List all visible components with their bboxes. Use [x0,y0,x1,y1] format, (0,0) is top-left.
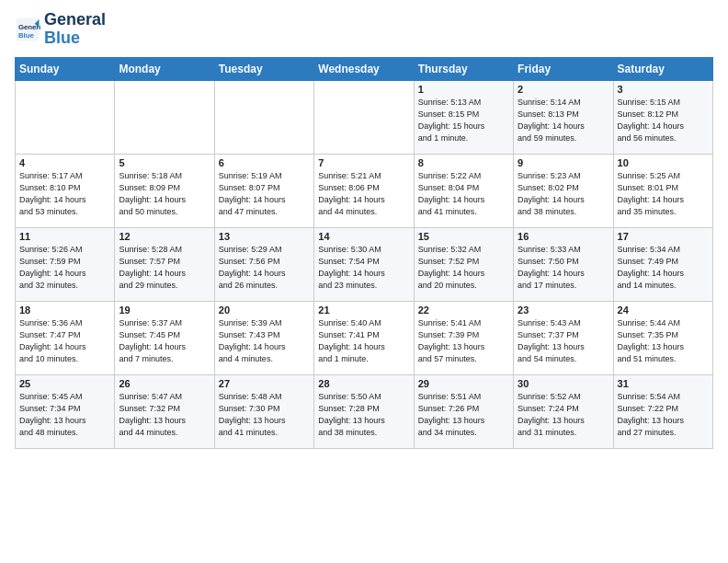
calendar-cell: 6Sunrise: 5:19 AM Sunset: 8:07 PM Daylig… [214,154,313,227]
calendar-week-1: 1Sunrise: 5:13 AM Sunset: 8:15 PM Daylig… [16,80,713,154]
calendar-table: SundayMondayTuesdayWednesdayThursdayFrid… [15,57,713,449]
calendar-week-3: 11Sunrise: 5:26 AM Sunset: 7:59 PM Dayli… [16,227,713,301]
col-header-wednesday: Wednesday [314,57,414,80]
day-number: 31 [618,378,709,389]
day-number: 25 [19,378,110,389]
day-info: Sunrise: 5:40 AM Sunset: 7:41 PM Dayligh… [318,317,409,365]
col-header-saturday: Saturday [613,57,712,80]
logo: General Blue GeneralBlue [15,11,106,48]
calendar-cell: 13Sunrise: 5:29 AM Sunset: 7:56 PM Dayli… [214,227,313,301]
calendar-cell: 16Sunrise: 5:33 AM Sunset: 7:50 PM Dayli… [514,227,613,301]
calendar-cell: 21Sunrise: 5:40 AM Sunset: 7:41 PM Dayli… [314,301,414,374]
day-number: 4 [19,157,110,168]
day-info: Sunrise: 5:39 AM Sunset: 7:43 PM Dayligh… [219,317,310,365]
day-info: Sunrise: 5:17 AM Sunset: 8:10 PM Dayligh… [19,170,110,218]
calendar-cell: 5Sunrise: 5:18 AM Sunset: 8:09 PM Daylig… [115,154,214,227]
day-number: 11 [19,231,110,242]
day-info: Sunrise: 5:30 AM Sunset: 7:54 PM Dayligh… [318,244,409,292]
day-info: Sunrise: 5:15 AM Sunset: 8:12 PM Dayligh… [618,97,709,144]
day-info: Sunrise: 5:29 AM Sunset: 7:56 PM Dayligh… [219,244,310,292]
day-info: Sunrise: 5:50 AM Sunset: 7:28 PM Dayligh… [318,391,409,439]
day-info: Sunrise: 5:41 AM Sunset: 7:39 PM Dayligh… [418,317,509,365]
day-number: 14 [318,231,409,242]
calendar-cell: 10Sunrise: 5:25 AM Sunset: 8:01 PM Dayli… [613,154,712,227]
day-info: Sunrise: 5:47 AM Sunset: 7:32 PM Dayligh… [119,391,210,439]
calendar-cell: 3Sunrise: 5:15 AM Sunset: 8:12 PM Daylig… [613,80,712,154]
calendar-cell: 12Sunrise: 5:28 AM Sunset: 7:57 PM Dayli… [115,227,214,301]
day-number: 16 [518,231,609,242]
day-info: Sunrise: 5:51 AM Sunset: 7:26 PM Dayligh… [418,391,509,439]
calendar-cell [314,80,414,154]
calendar-cell: 11Sunrise: 5:26 AM Sunset: 7:59 PM Dayli… [16,227,115,301]
day-info: Sunrise: 5:21 AM Sunset: 8:06 PM Dayligh… [318,170,409,218]
calendar-week-4: 18Sunrise: 5:36 AM Sunset: 7:47 PM Dayli… [16,301,713,374]
col-header-tuesday: Tuesday [214,57,313,80]
day-number: 21 [318,304,409,316]
calendar-week-2: 4Sunrise: 5:17 AM Sunset: 8:10 PM Daylig… [16,154,713,227]
day-info: Sunrise: 5:54 AM Sunset: 7:22 PM Dayligh… [618,391,709,439]
calendar-cell [214,80,313,154]
calendar-cell: 31Sunrise: 5:54 AM Sunset: 7:22 PM Dayli… [613,374,712,448]
calendar-cell: 22Sunrise: 5:41 AM Sunset: 7:39 PM Dayli… [414,301,513,374]
day-number: 6 [219,157,310,168]
calendar-cell: 23Sunrise: 5:43 AM Sunset: 7:37 PM Dayli… [514,301,613,374]
day-number: 8 [418,157,509,168]
calendar-week-5: 25Sunrise: 5:45 AM Sunset: 7:34 PM Dayli… [16,374,713,448]
col-header-monday: Monday [115,57,214,80]
calendar-cell: 26Sunrise: 5:47 AM Sunset: 7:32 PM Dayli… [115,374,214,448]
calendar-cell: 19Sunrise: 5:37 AM Sunset: 7:45 PM Dayli… [115,301,214,374]
day-number: 15 [418,231,509,242]
calendar-cell: 24Sunrise: 5:44 AM Sunset: 7:35 PM Dayli… [613,301,712,374]
day-number: 5 [119,157,210,168]
calendar-cell [115,80,214,154]
calendar-cell: 8Sunrise: 5:22 AM Sunset: 8:04 PM Daylig… [414,154,513,227]
calendar-cell: 18Sunrise: 5:36 AM Sunset: 7:47 PM Dayli… [16,301,115,374]
col-header-friday: Friday [514,57,613,80]
calendar-cell: 25Sunrise: 5:45 AM Sunset: 7:34 PM Dayli… [16,374,115,448]
day-number: 23 [518,304,609,316]
calendar-cell: 17Sunrise: 5:34 AM Sunset: 7:49 PM Dayli… [613,227,712,301]
day-number: 28 [318,378,409,389]
day-number: 30 [518,378,609,389]
day-number: 27 [219,378,310,389]
day-number: 3 [618,84,709,95]
day-number: 24 [618,304,709,316]
day-info: Sunrise: 5:44 AM Sunset: 7:35 PM Dayligh… [618,317,709,365]
day-number: 20 [219,304,310,316]
day-info: Sunrise: 5:14 AM Sunset: 8:13 PM Dayligh… [518,97,609,144]
day-info: Sunrise: 5:37 AM Sunset: 7:45 PM Dayligh… [119,317,210,365]
day-info: Sunrise: 5:18 AM Sunset: 8:09 PM Dayligh… [119,170,210,218]
day-info: Sunrise: 5:45 AM Sunset: 7:34 PM Dayligh… [19,391,110,439]
day-number: 10 [618,157,709,168]
calendar-cell: 30Sunrise: 5:52 AM Sunset: 7:24 PM Dayli… [514,374,613,448]
calendar-cell: 14Sunrise: 5:30 AM Sunset: 7:54 PM Dayli… [314,227,414,301]
header: General Blue GeneralBlue [15,11,713,48]
day-number: 1 [418,84,509,95]
calendar-cell: 4Sunrise: 5:17 AM Sunset: 8:10 PM Daylig… [16,154,115,227]
calendar-cell: 1Sunrise: 5:13 AM Sunset: 8:15 PM Daylig… [414,80,513,154]
day-info: Sunrise: 5:25 AM Sunset: 8:01 PM Dayligh… [618,170,709,218]
day-info: Sunrise: 5:19 AM Sunset: 8:07 PM Dayligh… [219,170,310,218]
day-info: Sunrise: 5:52 AM Sunset: 7:24 PM Dayligh… [518,391,609,439]
calendar-cell: 20Sunrise: 5:39 AM Sunset: 7:43 PM Dayli… [214,301,313,374]
day-info: Sunrise: 5:26 AM Sunset: 7:59 PM Dayligh… [19,244,110,292]
calendar-cell: 15Sunrise: 5:32 AM Sunset: 7:52 PM Dayli… [414,227,513,301]
logo-icon: General Blue [15,17,40,42]
day-info: Sunrise: 5:43 AM Sunset: 7:37 PM Dayligh… [518,317,609,365]
day-number: 17 [618,231,709,242]
logo-text: GeneralBlue [44,11,106,48]
day-info: Sunrise: 5:32 AM Sunset: 7:52 PM Dayligh… [418,244,509,292]
col-header-thursday: Thursday [414,57,513,80]
calendar-header-row: SundayMondayTuesdayWednesdayThursdayFrid… [16,57,713,80]
day-info: Sunrise: 5:23 AM Sunset: 8:02 PM Dayligh… [518,170,609,218]
calendar-cell: 28Sunrise: 5:50 AM Sunset: 7:28 PM Dayli… [314,374,414,448]
day-number: 22 [418,304,509,316]
day-number: 9 [518,157,609,168]
calendar-cell: 9Sunrise: 5:23 AM Sunset: 8:02 PM Daylig… [514,154,613,227]
col-header-sunday: Sunday [16,57,115,80]
calendar-cell: 7Sunrise: 5:21 AM Sunset: 8:06 PM Daylig… [314,154,414,227]
day-info: Sunrise: 5:34 AM Sunset: 7:49 PM Dayligh… [618,244,709,292]
day-info: Sunrise: 5:28 AM Sunset: 7:57 PM Dayligh… [119,244,210,292]
day-info: Sunrise: 5:33 AM Sunset: 7:50 PM Dayligh… [518,244,609,292]
calendar-cell: 29Sunrise: 5:51 AM Sunset: 7:26 PM Dayli… [414,374,513,448]
